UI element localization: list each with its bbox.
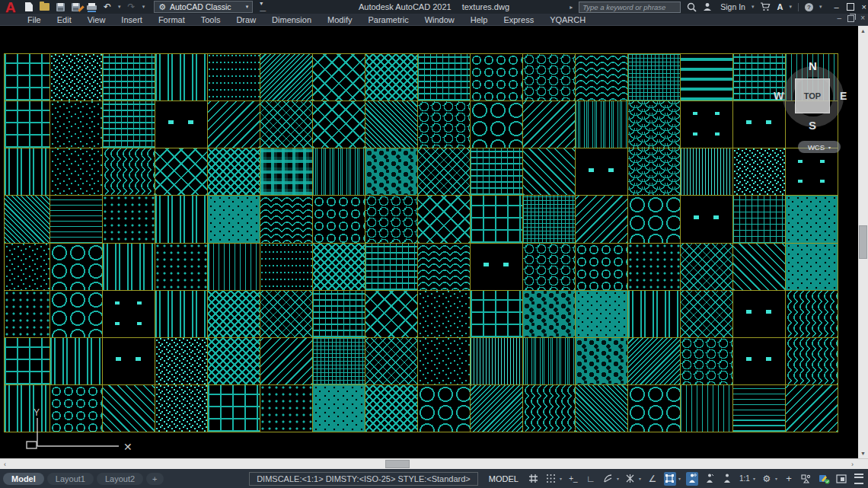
sign-in-dropdown-icon[interactable]: ▾ <box>752 4 755 10</box>
scroll-up-icon[interactable]: ▲ <box>858 26 868 36</box>
hatch-swatch-vgroup[interactable] <box>628 291 680 337</box>
snap-dropdown-icon[interactable]: ▾ <box>560 476 562 481</box>
hatch-swatch-rings[interactable] <box>471 54 522 100</box>
hatch-swatch-diag45[interactable] <box>523 148 575 195</box>
hatch-swatch-chevv[interactable] <box>208 148 260 195</box>
drawing-canvas[interactable]: TOP N W E S WCS ▾ Y ✕ ▲ ▼ <box>0 26 868 458</box>
isolate-objects-icon[interactable] <box>800 472 812 486</box>
isodraft-icon[interactable] <box>624 472 637 486</box>
hatch-swatch-hex[interactable] <box>681 338 732 384</box>
hatch-swatch-diag135d[interactable] <box>471 385 522 432</box>
menu-parametric[interactable]: Parametric <box>368 15 408 24</box>
hatch-swatch-hlinest[interactable] <box>681 54 732 100</box>
workspace-dropdown[interactable]: ⚙ AutoCAD Classic ▾ <box>154 1 253 13</box>
autoscale-icon[interactable] <box>704 472 716 486</box>
hatch-swatch-diamond[interactable] <box>313 101 365 148</box>
expand-search-icon[interactable]: ▸ <box>570 4 573 11</box>
snap-mode-icon[interactable] <box>545 472 557 486</box>
hatch-swatch-chevv[interactable] <box>313 244 365 290</box>
wcs-dropdown[interactable]: WCS ▾ <box>798 141 841 153</box>
hatch-swatch-maze[interactable] <box>313 338 365 384</box>
menu-yqarch[interactable]: YQARCH <box>550 15 586 24</box>
hatch-swatch-vgroup[interactable] <box>5 148 49 195</box>
hatch-swatch-speckle2[interactable] <box>155 385 207 432</box>
doc-minimize-button[interactable]: – <box>838 14 842 22</box>
save-icon[interactable] <box>56 3 65 11</box>
hatch-swatch-diag45[interactable] <box>733 244 785 290</box>
autocad-logo-icon[interactable]: A <box>5 0 16 15</box>
object-snap-tracking-icon[interactable]: ∠ <box>646 472 659 486</box>
autodesk-dropdown-icon[interactable]: ▾ <box>789 4 792 10</box>
hatch-swatch-pebbles[interactable] <box>365 148 417 195</box>
tab-layout1[interactable]: Layout1 <box>47 473 94 485</box>
redo-icon[interactable]: ↷ <box>128 3 136 11</box>
hatch-swatch-vgroup[interactable] <box>155 196 207 242</box>
redo-dropdown-icon[interactable]: ▾ <box>142 4 145 10</box>
hatch-swatch-diag135d[interactable] <box>628 338 680 384</box>
scroll-right-icon[interactable]: › <box>847 459 857 469</box>
hatch-swatch-speckle2[interactable] <box>733 148 785 195</box>
hatch-swatch-wood[interactable] <box>523 338 575 384</box>
hatch-swatch-diamond[interactable] <box>313 54 365 100</box>
hatch-swatch-speckle[interactable] <box>50 148 102 195</box>
hatch-swatch-diag135[interactable] <box>260 338 312 384</box>
hatch-swatch-solid[interactable] <box>786 244 838 290</box>
hatch-swatch-chevv[interactable] <box>208 291 260 337</box>
hatch-swatch-chevv[interactable] <box>208 338 260 384</box>
hatch-swatch-chevv[interactable] <box>365 385 417 432</box>
plot-icon[interactable] <box>87 3 97 11</box>
hatch-swatch-sparse2[interactable] <box>733 101 785 148</box>
hatch-swatch-gridsm[interactable] <box>313 291 365 337</box>
hatch-swatch-speckle[interactable] <box>418 291 470 337</box>
ortho-mode-icon[interactable]: ∟ <box>585 472 597 486</box>
crosshair-icon[interactable]: + <box>783 472 795 486</box>
doc-close-button[interactable]: × <box>860 14 865 22</box>
hatch-swatch-pebbles[interactable] <box>523 291 575 337</box>
open-file-icon[interactable] <box>40 3 49 11</box>
search-input[interactable] <box>579 2 681 13</box>
hatch-swatch-ringslg[interactable] <box>628 385 680 432</box>
hatch-swatch-cross[interactable] <box>681 291 732 337</box>
hatch-swatch-chevv[interactable] <box>365 54 417 100</box>
app-store-cart-icon[interactable] <box>760 2 771 11</box>
scale-dropdown-icon[interactable]: ▾ <box>753 476 755 481</box>
scroll-left-icon[interactable]: ‹ <box>0 459 10 469</box>
hatch-swatch-diamond[interactable] <box>418 196 470 242</box>
hatch-swatch-cross[interactable] <box>260 101 312 148</box>
hatch-swatch-diag45d[interactable] <box>5 196 49 242</box>
hatch-swatch-dots[interactable] <box>103 196 155 242</box>
hatch-swatch-waves[interactable] <box>418 244 470 290</box>
menu-window[interactable]: Window <box>425 15 455 24</box>
hatch-swatch-vlinesd[interactable] <box>681 148 732 195</box>
isodraft-dropdown-icon[interactable]: ▾ <box>639 476 641 481</box>
workspace-dropdown-icon[interactable]: ▾ <box>775 476 777 481</box>
hatch-swatch-hex[interactable] <box>418 101 470 148</box>
undo-icon[interactable]: ↶ <box>104 3 111 11</box>
menu-view[interactable]: View <box>88 15 106 24</box>
hatch-swatch-speckle[interactable] <box>5 244 49 290</box>
dimension-style-readout[interactable]: DIMSCALE:<1:1> DIMSTY:<ISO-25> STYLE:<St… <box>249 472 478 486</box>
hatch-swatch-maze[interactable] <box>628 54 680 100</box>
menu-modify[interactable]: Modify <box>327 15 352 24</box>
hatch-swatch-speckle2[interactable] <box>50 54 102 100</box>
viewcube-south[interactable]: S <box>809 119 816 132</box>
hatch-swatch-dots[interactable] <box>260 385 312 432</box>
hatch-swatch-hex[interactable] <box>523 244 575 290</box>
hatch-swatch-solid[interactable] <box>313 385 365 432</box>
hatch-swatch-speckle2[interactable] <box>155 338 207 384</box>
horizontal-scrollbar[interactable]: ‹ › <box>0 458 868 469</box>
scroll-down-icon[interactable]: ▼ <box>858 448 868 458</box>
hatch-swatch-diag135d[interactable] <box>260 54 312 100</box>
hatch-swatch-gridsm[interactable] <box>418 54 470 100</box>
hatch-swatch-gridsm[interactable] <box>471 148 522 195</box>
hatch-swatch-wavesv[interactable] <box>786 291 838 337</box>
hatch-swatch-wavesv[interactable] <box>786 338 838 384</box>
hatch-swatch-cross[interactable] <box>681 244 732 290</box>
menu-edit[interactable]: Edit <box>57 15 72 24</box>
hatch-swatch-solid[interactable] <box>576 291 627 337</box>
vertical-scrollbar[interactable]: ▲ ▼ <box>858 26 868 458</box>
hatch-swatch-vgroup[interactable] <box>50 338 102 384</box>
hatch-swatch-speckle[interactable] <box>418 338 470 384</box>
hatch-swatch-hex[interactable] <box>523 54 575 100</box>
autodesk-app-icon[interactable]: A <box>777 2 783 11</box>
